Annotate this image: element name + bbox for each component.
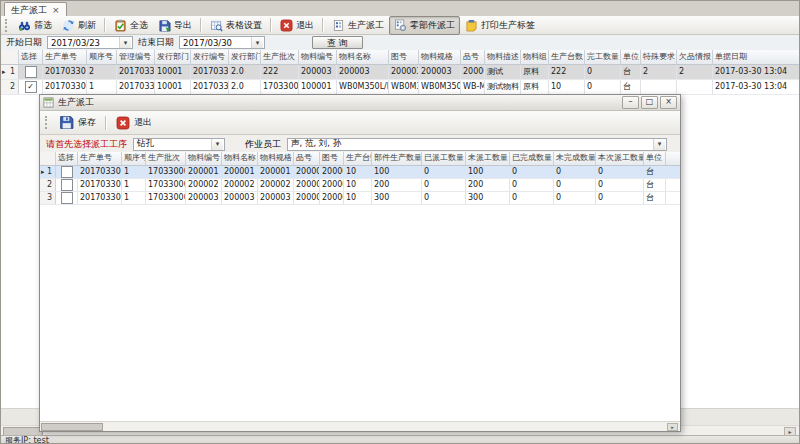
column-header[interactable]: 生产批次 bbox=[146, 152, 186, 165]
table-settings-button[interactable]: 表格设置 bbox=[205, 16, 267, 35]
export-button[interactable]: 导出 bbox=[153, 16, 197, 35]
table-row[interactable]: 2✓20170330001120170330001100012017033000… bbox=[1, 80, 799, 95]
table-row[interactable]: ▸120170330001117033000120000120000120000… bbox=[40, 166, 680, 179]
refresh-button[interactable]: 刷新 bbox=[57, 16, 101, 35]
exit-button[interactable]: 退出 bbox=[275, 16, 319, 35]
save-button[interactable]: 保存 bbox=[53, 113, 102, 132]
column-header[interactable]: 生产单号 bbox=[43, 50, 87, 64]
refresh-button-label: 刷新 bbox=[78, 19, 96, 32]
dialog-horizontal-scrollbar[interactable]: ▸ bbox=[40, 421, 680, 431]
dialog-title-bar[interactable]: 生产派工 – □ × bbox=[40, 95, 680, 111]
column-header[interactable]: 完工数量 bbox=[585, 50, 621, 64]
table-settings-icon bbox=[210, 19, 223, 32]
table-cell: 10001 bbox=[155, 80, 191, 94]
row-checkbox[interactable] bbox=[61, 179, 73, 191]
print-label-button[interactable]: 打印生产标签 bbox=[460, 16, 540, 35]
table-cell: 0 bbox=[596, 192, 644, 204]
table-cell: 200001 bbox=[294, 166, 320, 178]
floppy-export-icon bbox=[158, 19, 171, 32]
column-header[interactable]: 已完成数量 bbox=[510, 152, 554, 165]
row-checkbox[interactable] bbox=[25, 66, 37, 78]
chevron-down-icon[interactable]: ▾ bbox=[653, 139, 665, 150]
table-cell: 20170330001 bbox=[117, 80, 155, 94]
column-header[interactable]: 物料规格 bbox=[419, 50, 461, 64]
column-header[interactable]: 单位 bbox=[644, 152, 666, 165]
column-header[interactable]: 单据日期 bbox=[713, 50, 799, 64]
column-header[interactable]: 生产台数 bbox=[344, 152, 372, 165]
column-header[interactable]: 物料编号 bbox=[299, 50, 337, 64]
select-all-button[interactable]: 全选 bbox=[109, 16, 153, 35]
column-header[interactable]: 已派工数量 bbox=[422, 152, 466, 165]
column-header[interactable]: 品号 bbox=[294, 152, 320, 165]
column-header[interactable]: 未完成数量 bbox=[554, 152, 596, 165]
table-cell: 2 bbox=[87, 65, 117, 79]
column-header[interactable]: 特殊要求 bbox=[641, 50, 677, 64]
red-x-icon bbox=[280, 19, 293, 32]
filter-button[interactable]: 筛选 bbox=[13, 16, 57, 35]
table-cell: 200003 bbox=[320, 192, 344, 204]
table-cell: 200002 bbox=[222, 179, 258, 191]
table-cell: 0 bbox=[596, 166, 644, 178]
maximize-button[interactable]: □ bbox=[641, 96, 658, 109]
worker-dropdown[interactable]: 声, 范, 刘, 孙 ▾ bbox=[287, 138, 667, 151]
column-header[interactable]: 选择 bbox=[56, 152, 78, 165]
table-cell: 20170330001 bbox=[78, 179, 122, 191]
column-header[interactable]: 物料编号 bbox=[186, 152, 222, 165]
row-checkbox[interactable]: ✓ bbox=[25, 81, 37, 93]
table-row[interactable]: 2201703300011170330001200002200002200002… bbox=[40, 179, 680, 192]
table-cell: 1 bbox=[87, 80, 117, 94]
scrollbar-right-arrow[interactable]: ▸ bbox=[667, 423, 678, 431]
column-header[interactable]: 未派工数量 bbox=[466, 152, 510, 165]
column-header[interactable]: 品号 bbox=[461, 50, 485, 64]
column-header[interactable]: 生产批次 bbox=[261, 50, 299, 64]
column-header[interactable]: 生产台数 bbox=[549, 50, 585, 64]
column-header[interactable]: 物料组 bbox=[521, 50, 549, 64]
column-header[interactable]: 物料名称 bbox=[222, 152, 258, 165]
column-header[interactable]: 物料描述 bbox=[485, 50, 521, 64]
dialog-exit-button[interactable]: 退出 bbox=[110, 114, 158, 132]
save-button-label: 保存 bbox=[78, 116, 96, 129]
tab-close-icon[interactable]: × bbox=[52, 6, 60, 15]
chevron-down-icon[interactable]: ▾ bbox=[251, 37, 263, 48]
end-date-dropdown[interactable]: 2017/03/30 ▾ bbox=[179, 36, 265, 49]
toolbar-grip[interactable] bbox=[45, 116, 49, 129]
column-header[interactable]: 物料名称 bbox=[337, 50, 389, 64]
table-cell: 200003 bbox=[294, 192, 320, 204]
column-header[interactable]: 生产单号 bbox=[78, 152, 122, 165]
chevron-down-icon[interactable]: ▾ bbox=[119, 37, 131, 48]
query-button[interactable]: 查 询 bbox=[312, 36, 363, 49]
process-dropdown[interactable]: 钻孔 ▾ bbox=[133, 138, 225, 151]
row-checkbox[interactable] bbox=[61, 192, 73, 204]
scrollbar-thumb[interactable] bbox=[41, 423, 103, 431]
column-header[interactable]: 单位 bbox=[621, 50, 641, 64]
table-cell: 台 bbox=[621, 80, 641, 94]
close-button[interactable]: × bbox=[660, 96, 677, 109]
column-header[interactable]: 部件生产数量 bbox=[372, 152, 422, 165]
dispatch-button[interactable]: 生产派工 bbox=[327, 16, 389, 35]
parts-dispatch-button-label: 零部件派工 bbox=[410, 19, 455, 32]
table-cell: 20170330001 bbox=[78, 192, 122, 204]
column-header[interactable]: 发行部门 bbox=[229, 50, 261, 64]
chevron-down-icon[interactable]: ▾ bbox=[211, 139, 223, 150]
toolbar-separator bbox=[104, 18, 106, 32]
column-header[interactable]: 管理编号 bbox=[117, 50, 155, 64]
column-header[interactable]: 物料规格 bbox=[258, 152, 294, 165]
column-header[interactable]: 发行编号 bbox=[191, 50, 229, 64]
table-row[interactable]: 3201703300011170330001200003200003200003… bbox=[40, 192, 680, 205]
column-header[interactable]: 顺序号 bbox=[87, 50, 117, 64]
column-header[interactable]: 顺序号 bbox=[122, 152, 146, 165]
tab-production-dispatch[interactable]: 生产派工 × bbox=[4, 2, 67, 17]
toolbar-grip[interactable] bbox=[5, 19, 9, 32]
column-header[interactable]: 发行部门 bbox=[155, 50, 191, 64]
row-checkbox[interactable] bbox=[61, 166, 73, 178]
table-row[interactable]: ▸120170330001220170330001100012017033000… bbox=[1, 65, 799, 80]
start-date-dropdown[interactable]: 2017/03/23 ▾ bbox=[47, 36, 133, 49]
minimize-button[interactable]: – bbox=[622, 96, 639, 109]
column-header[interactable]: 图号 bbox=[320, 152, 344, 165]
column-header[interactable]: 本次派工数量 bbox=[596, 152, 644, 165]
column-header[interactable]: 图号 bbox=[389, 50, 419, 64]
column-header[interactable]: 欠品情报 bbox=[677, 50, 713, 64]
table-cell: 170330001 bbox=[146, 192, 186, 204]
parts-dispatch-button[interactable]: 零部件派工 bbox=[389, 16, 460, 35]
column-header[interactable]: 选择 bbox=[19, 50, 43, 64]
